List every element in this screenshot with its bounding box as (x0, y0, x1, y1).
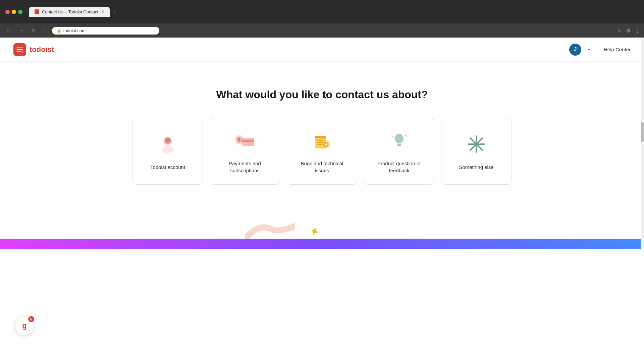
page-title: What would you like to contact us about? (216, 88, 428, 101)
card-todoist-account-label: Todoist account (150, 164, 185, 171)
card-payments[interactable]: $ Payments and subscriptions (210, 118, 280, 185)
svg-rect-1 (16, 47, 23, 48)
swoosh-decoration (245, 222, 295, 239)
card-product-label: Product question or feedback (371, 160, 427, 174)
svg-rect-15 (242, 140, 254, 142)
svg-point-4 (21, 51, 23, 53)
svg-point-24 (325, 143, 327, 145)
card-todoist-account[interactable]: Todoist account (132, 118, 203, 185)
svg-point-26 (395, 134, 403, 143)
forward-button[interactable]: → (17, 27, 26, 34)
home-button[interactable]: ⌂ (41, 27, 49, 34)
logo-icon (13, 43, 26, 56)
card-bugs[interactable]: Bugs and technical issues (287, 118, 357, 185)
card-bugs-label: Bugs and technical issues (294, 160, 350, 174)
browser-chrome: Contact Us – Todoist Contact ✕ + (0, 0, 644, 23)
tab-favicon (35, 9, 39, 14)
user-avatar[interactable]: J (569, 44, 581, 56)
minimize-dot[interactable] (12, 10, 16, 14)
nav-divider (597, 45, 597, 54)
main-content: What would you like to contact us about? (0, 62, 644, 198)
menu-icon[interactable]: ⋮ (635, 27, 640, 34)
svg-text:$: $ (238, 137, 240, 142)
extensions-icon[interactable]: ⚙ (626, 27, 631, 34)
nav-right: J ▾ Help Center (569, 44, 631, 56)
something-else-icon (464, 132, 488, 156)
address-bar-row: ← → ↻ ⌂ 🔒 todoist.com ☆ ⚙ ⋮ (0, 23, 644, 38)
chevron-down-icon[interactable]: ▾ (588, 47, 590, 52)
tab-title: Contact Us – Todoist Contact (42, 9, 98, 14)
star-decoration: ✦ (307, 223, 321, 240)
maximize-dot[interactable] (18, 10, 22, 14)
close-dot[interactable] (5, 10, 10, 14)
bottom-decoration: ✦ (0, 222, 644, 249)
scrollbar-thumb[interactable] (641, 122, 644, 142)
lock-icon: 🔒 (57, 28, 61, 33)
toolbar-icons: ☆ ⚙ ⋮ (617, 27, 640, 34)
svg-point-9 (166, 139, 167, 140)
svg-rect-16 (244, 143, 247, 144)
svg-point-7 (162, 146, 174, 153)
tab-bar: Contact Us – Todoist Contact ✕ + (29, 7, 639, 17)
reload-button[interactable]: ↻ (30, 27, 38, 35)
logo-text: todoist (30, 45, 54, 54)
top-nav: todoist J ▾ Help Center (0, 38, 644, 62)
card-something-else[interactable]: Something else (441, 118, 512, 185)
card-product[interactable]: Product question or feedback (364, 118, 434, 185)
svg-point-10 (169, 139, 170, 140)
page: todoist J ▾ Help Center What would you l… (0, 38, 644, 249)
bugs-icon (310, 128, 334, 153)
scrollbar[interactable] (641, 38, 644, 249)
svg-rect-3 (16, 51, 21, 52)
bottom-gradient-bar (0, 239, 644, 249)
address-bar[interactable]: 🔒 todoist.com (52, 27, 159, 35)
bookmark-icon[interactable]: ☆ (617, 27, 622, 34)
svg-rect-27 (397, 144, 401, 145)
tab-close-button[interactable]: ✕ (101, 9, 104, 14)
card-payments-label: Payments and subscriptions (217, 160, 273, 174)
svg-rect-2 (16, 49, 23, 50)
payments-icon: $ (233, 128, 257, 153)
new-tab-button[interactable]: + (110, 7, 119, 17)
logo: todoist (13, 43, 54, 56)
url-text: todoist.com (63, 28, 86, 33)
product-icon (387, 128, 411, 153)
cards-grid: Todoist account $ Payments (132, 118, 512, 185)
svg-rect-18 (315, 136, 326, 138)
window-controls (5, 10, 22, 14)
help-center-link[interactable]: Help Center (604, 47, 631, 52)
svg-rect-28 (397, 145, 401, 146)
card-something-else-label: Something else (459, 164, 493, 171)
back-button[interactable]: ← (4, 27, 13, 34)
active-tab[interactable]: Contact Us – Todoist Contact ✕ (29, 7, 110, 17)
svg-point-8 (165, 137, 170, 143)
account-icon (156, 132, 180, 156)
